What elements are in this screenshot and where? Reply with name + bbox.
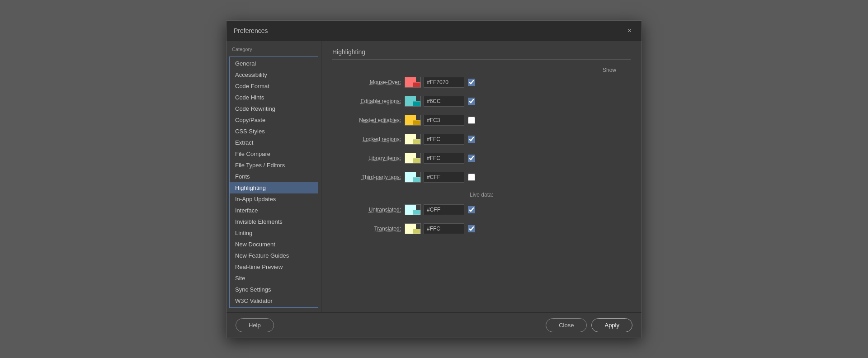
- main-checkbox-5[interactable]: [468, 174, 475, 181]
- content-header: Highlighting: [332, 48, 631, 60]
- dialog-footer: Help Close Apply: [226, 312, 642, 338]
- sidebar-item-general[interactable]: General: [230, 58, 318, 69]
- live-checkbox-1[interactable]: [468, 225, 475, 232]
- sidebar: Category GeneralAccessibilityCode Format…: [226, 41, 321, 312]
- sidebar-item-linting[interactable]: Linting: [230, 227, 318, 239]
- sidebar-item-highlighting[interactable]: Highlighting: [230, 182, 318, 193]
- main-swatch-0[interactable]: [405, 77, 421, 88]
- show-label: Show: [603, 67, 616, 73]
- sidebar-item-code-hints[interactable]: Code Hints: [230, 92, 318, 103]
- main-swatch-1[interactable]: [405, 96, 421, 107]
- content-area: Highlighting Show Mouse-Over:Editable re…: [321, 41, 642, 312]
- main-row-2: Nested editables:: [332, 113, 631, 127]
- live-row-0: Untranslated:: [332, 203, 631, 217]
- sidebar-item-sync-settings[interactable]: Sync Settings: [230, 284, 318, 295]
- title-close-button[interactable]: ×: [625, 26, 634, 35]
- main-input-3[interactable]: [424, 134, 464, 145]
- sidebar-item-file-types---editors[interactable]: File Types / Editors: [230, 160, 318, 171]
- footer-right: Close Apply: [546, 318, 632, 332]
- main-row-4: Library items:: [332, 151, 631, 165]
- sidebar-item-in-app-updates[interactable]: In-App Updates: [230, 193, 318, 205]
- live-checkbox-0[interactable]: [468, 206, 475, 213]
- main-swatch-2[interactable]: [405, 115, 421, 126]
- sidebar-item-new-document[interactable]: New Document: [230, 239, 318, 250]
- sidebar-item-w3c-validator[interactable]: W3C Validator: [230, 295, 318, 306]
- sidebar-item-copy-paste[interactable]: Copy/Paste: [230, 114, 318, 126]
- main-row-0: Mouse-Over:: [332, 75, 631, 90]
- sidebar-item-invisible-elements[interactable]: Invisible Elements: [230, 216, 318, 227]
- main-input-0[interactable]: [424, 77, 464, 88]
- show-row: Show: [332, 67, 631, 73]
- sidebar-item-extract[interactable]: Extract: [230, 137, 318, 148]
- dialog-title: Preferences: [234, 27, 268, 34]
- apply-button[interactable]: Apply: [591, 318, 632, 332]
- close-button[interactable]: Close: [546, 318, 587, 332]
- sidebar-item-file-compare[interactable]: File Compare: [230, 148, 318, 160]
- sidebar-item-new-feature-guides[interactable]: New Feature Guides: [230, 250, 318, 261]
- live-input-1[interactable]: [424, 223, 464, 234]
- main-input-2[interactable]: [424, 115, 464, 126]
- help-button[interactable]: Help: [236, 318, 274, 332]
- sidebar-item-accessibility[interactable]: Accessibility: [230, 69, 318, 80]
- main-label-1: Editable regions:: [332, 98, 405, 104]
- live-swatch-0[interactable]: [405, 204, 421, 215]
- live-swatch-1[interactable]: [405, 223, 421, 234]
- sidebar-list: GeneralAccessibilityCode FormatCode Hint…: [229, 57, 318, 308]
- main-row-1: Editable regions:: [332, 94, 631, 108]
- live-data-label: Live data:: [332, 192, 631, 198]
- title-bar: Preferences ×: [226, 21, 642, 41]
- main-swatch-5[interactable]: [405, 172, 421, 183]
- live-input-0[interactable]: [424, 204, 464, 215]
- sidebar-item-css-styles[interactable]: CSS Styles: [230, 126, 318, 137]
- main-label-5: Third-party tags:: [332, 174, 405, 180]
- main-input-5[interactable]: [424, 172, 464, 183]
- main-swatch-3[interactable]: [405, 134, 421, 145]
- sidebar-item-code-format[interactable]: Code Format: [230, 80, 318, 92]
- main-row-5: Third-party tags:: [332, 170, 631, 184]
- live-label-0: Untranslated:: [332, 207, 405, 213]
- main-checkbox-3[interactable]: [468, 136, 475, 143]
- main-label-0: Mouse-Over:: [332, 79, 405, 85]
- sidebar-item-site[interactable]: Site: [230, 273, 318, 284]
- main-checkbox-1[interactable]: [468, 98, 475, 105]
- preferences-dialog: Preferences × Category GeneralAccessibil…: [226, 20, 642, 338]
- main-swatch-4[interactable]: [405, 153, 421, 164]
- sidebar-item-code-rewriting[interactable]: Code Rewriting: [230, 103, 318, 114]
- sidebar-item-real-time-preview[interactable]: Real-time Preview: [230, 261, 318, 273]
- sidebar-item-fonts[interactable]: Fonts: [230, 171, 318, 182]
- live-row-1: Translated:: [332, 221, 631, 236]
- main-label-4: Library items:: [332, 155, 405, 161]
- live-label-1: Translated:: [332, 226, 405, 232]
- main-row-3: Locked regions:: [332, 132, 631, 146]
- main-checkbox-0[interactable]: [468, 79, 475, 86]
- main-label-2: Nested editables:: [332, 117, 405, 123]
- main-checkbox-4[interactable]: [468, 155, 475, 162]
- sidebar-item-interface[interactable]: Interface: [230, 205, 318, 216]
- footer-left: Help: [236, 318, 274, 332]
- main-input-1[interactable]: [424, 96, 464, 107]
- main-input-4[interactable]: [424, 153, 464, 164]
- main-checkbox-2[interactable]: [468, 117, 475, 124]
- dialog-body: Category GeneralAccessibilityCode Format…: [226, 41, 642, 312]
- main-rows-container: Mouse-Over:Editable regions:Nested edita…: [332, 75, 631, 184]
- main-label-3: Locked regions:: [332, 136, 405, 142]
- sidebar-header: Category: [226, 45, 321, 56]
- live-rows-container: Untranslated:Translated:: [332, 203, 631, 236]
